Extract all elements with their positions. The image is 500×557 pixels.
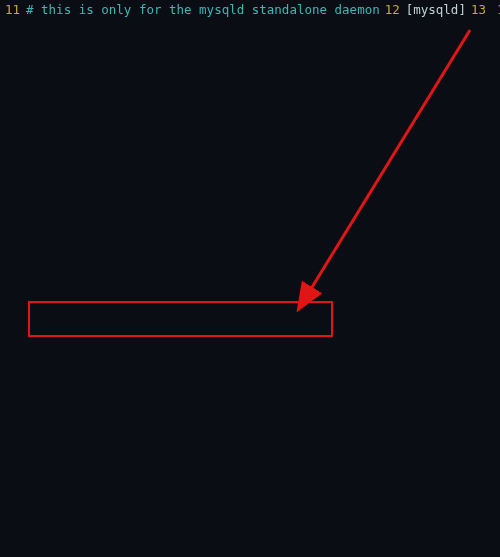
- code-line[interactable]: 14#: [492, 2, 500, 19]
- line-content: # this is only for the mysqld standalone…: [26, 2, 380, 19]
- code-line[interactable]: 12[mysqld]: [380, 2, 466, 19]
- line-number: 13: [466, 2, 492, 19]
- line-content: [mysqld]: [406, 2, 466, 19]
- line-number: 11: [0, 2, 26, 19]
- annotation-arrow: [0, 0, 500, 557]
- code-editor[interactable]: 11# this is only for the mysqld standalo…: [0, 0, 500, 19]
- code-line[interactable]: 11# this is only for the mysqld standalo…: [0, 2, 380, 19]
- highlight-box: [28, 301, 333, 337]
- line-number: 12: [380, 2, 406, 19]
- svg-line-1: [298, 30, 470, 310]
- code-line[interactable]: 13: [466, 2, 492, 19]
- line-number: 14: [492, 2, 500, 19]
